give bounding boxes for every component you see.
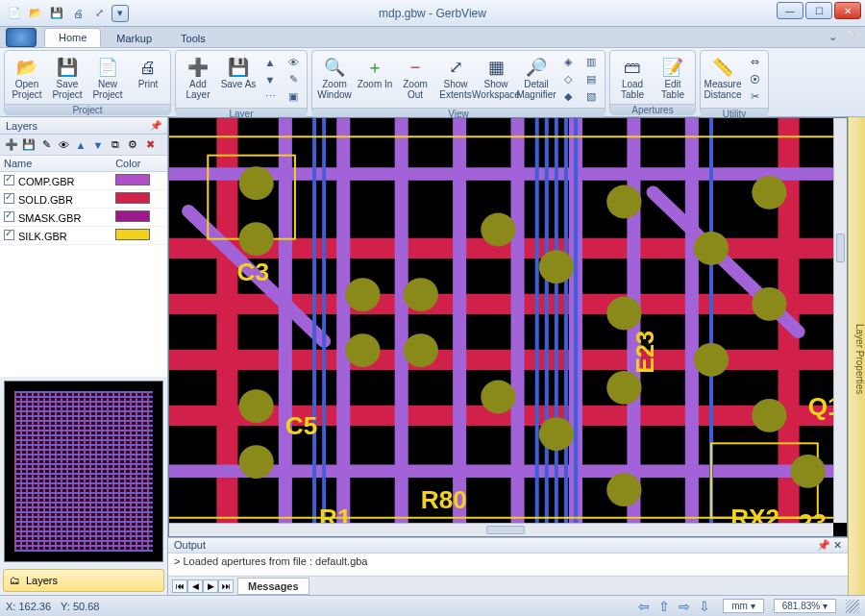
- pcb-canvas[interactable]: C3 C5 R1 R80 E23 RX2 23 Q1: [168, 117, 848, 537]
- show-workspace-button[interactable]: ▦Show Workspace: [476, 53, 516, 102]
- messages-tab[interactable]: Messages: [237, 578, 309, 595]
- minimize-button[interactable]: —: [777, 2, 803, 19]
- pan-left-icon[interactable]: ⇦: [635, 599, 653, 614]
- color-swatch[interactable]: [115, 174, 150, 185]
- qat-dropdown-icon[interactable]: ▾: [111, 5, 129, 22]
- zoom-out-button[interactable]: −Zoom Out: [395, 53, 435, 102]
- save-icon[interactable]: 💾: [48, 5, 65, 22]
- layer-up-icon[interactable]: ▲: [260, 54, 281, 70]
- measure-distance-button[interactable]: 📏Measure Distance: [703, 53, 743, 102]
- zoom-level[interactable]: 681.83% ▾: [774, 599, 836, 613]
- view-opt2-icon[interactable]: ◇: [557, 71, 579, 87]
- extents-icon: ⤢: [442, 55, 469, 80]
- unit-selector[interactable]: mm ▾: [723, 599, 763, 613]
- ribbon-minimize-icon[interactable]: ⌄: [825, 29, 840, 44]
- svg-point-23: [752, 399, 786, 432]
- svg-point-13: [539, 250, 574, 283]
- layer-properties-tab[interactable]: Layer Properties: [848, 117, 865, 595]
- layer-checkbox[interactable]: [4, 230, 14, 240]
- view-opt3-icon[interactable]: ◆: [557, 88, 579, 105]
- layer-menu-icon[interactable]: ⋯: [260, 88, 281, 105]
- save-as-button[interactable]: 💾Save As: [218, 53, 259, 92]
- layer-tool-delete-icon[interactable]: ✖: [142, 137, 158, 153]
- pan-up-icon[interactable]: ⇧: [655, 599, 673, 614]
- maximize-button[interactable]: ☐: [805, 2, 832, 19]
- msg-last-icon[interactable]: ⏭: [218, 579, 234, 593]
- msg-first-icon[interactable]: ⏮: [172, 579, 187, 593]
- layer-checkbox[interactable]: [4, 211, 14, 222]
- pan-right-icon[interactable]: ⇨: [676, 599, 693, 614]
- new-icon[interactable]: 📄: [6, 5, 23, 22]
- app-menu-button[interactable]: [6, 28, 37, 47]
- view-opt5-icon[interactable]: ▤: [581, 71, 602, 87]
- svg-point-4: [239, 222, 274, 256]
- tab-home[interactable]: Home: [44, 28, 101, 47]
- resize-grip[interactable]: [846, 600, 859, 613]
- pan-down-icon[interactable]: ⇩: [696, 599, 713, 614]
- zoom-in-button[interactable]: ＋Zoom In: [355, 53, 395, 92]
- layer-checkbox[interactable]: [4, 175, 14, 185]
- layer-lock-icon[interactable]: ✎: [283, 71, 304, 87]
- tab-tools[interactable]: Tools: [167, 30, 219, 47]
- print-button[interactable]: 🖨Print: [128, 53, 168, 92]
- view-opt6-icon[interactable]: ▧: [581, 88, 602, 105]
- output-title: Output: [174, 539, 206, 552]
- col-color[interactable]: Color: [111, 156, 167, 172]
- svg-point-8: [345, 333, 380, 367]
- svg-point-14: [539, 417, 574, 451]
- svg-point-19: [694, 232, 729, 265]
- titlebar: 📄 📂 💾 🖨 ⤢ ▾ mdp.gbw - GerbView — ☐ ✕: [0, 0, 865, 27]
- help-icon[interactable]: ❔: [844, 29, 859, 44]
- close-button[interactable]: ✕: [834, 2, 861, 19]
- layer-color-icon[interactable]: ▣: [283, 88, 304, 105]
- output-pin-icon[interactable]: 📌 ✕: [817, 539, 842, 552]
- save-project-button[interactable]: 💾Save Project: [47, 53, 87, 102]
- detail-magnifier-button[interactable]: 🔎Detail Magnifier: [516, 53, 556, 102]
- layer-tool-add-icon[interactable]: ➕: [4, 137, 19, 153]
- layer-tool-prop-icon[interactable]: ⚙: [125, 137, 140, 153]
- msg-next-icon[interactable]: ▶: [203, 579, 218, 593]
- horizontal-scrollbar[interactable]: [169, 523, 833, 536]
- layer-tool-visible-icon[interactable]: 👁: [56, 137, 71, 153]
- layer-tool-up-icon[interactable]: ▲: [73, 137, 88, 153]
- util-opt2-icon[interactable]: ⦿: [744, 71, 765, 87]
- magnifier-icon: 🔎: [523, 55, 550, 80]
- pin-icon[interactable]: 📌: [150, 120, 161, 131]
- print-icon[interactable]: 🖨: [69, 5, 86, 22]
- layer-down-icon[interactable]: ▼: [260, 71, 281, 87]
- util-opt1-icon[interactable]: ⇔: [744, 54, 765, 70]
- load-table-button[interactable]: 🗃Load Table: [612, 53, 653, 102]
- new-project-button[interactable]: 📄New Project: [87, 53, 128, 102]
- layers-list[interactable]: NameColor COMP.GBR SOLD.GBR SMASK.GBR SI…: [0, 156, 167, 377]
- overview-thumbnail[interactable]: [4, 381, 163, 562]
- zoom-window-icon: 🔍: [321, 55, 348, 80]
- color-swatch[interactable]: [115, 229, 150, 240]
- svg-point-17: [606, 371, 641, 405]
- color-swatch[interactable]: [115, 192, 150, 204]
- layer-tool-edit-icon[interactable]: ✎: [38, 137, 54, 153]
- util-opt3-icon[interactable]: ✂: [744, 88, 765, 105]
- layer-tool-down-icon[interactable]: ▼: [90, 137, 106, 153]
- edit-table-button[interactable]: 📝Edit Table: [653, 53, 693, 102]
- msg-prev-icon[interactable]: ◀: [187, 579, 203, 593]
- show-extents-button[interactable]: ⤢Show Extents: [435, 53, 476, 102]
- open-project-button[interactable]: 📂Open Project: [7, 53, 47, 102]
- svg-text:R80: R80: [421, 486, 467, 512]
- layer-checkbox[interactable]: [4, 193, 14, 204]
- expand-icon[interactable]: ⤢: [90, 5, 108, 22]
- vertical-scrollbar[interactable]: [833, 118, 847, 523]
- open-icon[interactable]: 📂: [27, 5, 44, 22]
- add-layer-button[interactable]: ➕Add Layer: [178, 53, 218, 102]
- layer-tool-copy-icon[interactable]: ⧉: [108, 137, 123, 153]
- color-swatch[interactable]: [115, 210, 150, 222]
- zoom-window-button[interactable]: 🔍Zoom Window: [314, 53, 355, 102]
- layer-tool-save-icon[interactable]: 💾: [21, 137, 37, 153]
- view-opt4-icon[interactable]: ▥: [581, 54, 602, 70]
- layers-tab-button[interactable]: 🗂Layers: [3, 569, 164, 592]
- layer-visible-icon[interactable]: 👁: [283, 54, 304, 70]
- tab-markup[interactable]: Markup: [103, 30, 165, 47]
- view-opt1-icon[interactable]: ◈: [557, 54, 579, 70]
- zoom-out-icon: −: [402, 55, 429, 80]
- layer-row: SILK.GBR: [0, 227, 167, 245]
- col-name[interactable]: Name: [0, 156, 111, 172]
